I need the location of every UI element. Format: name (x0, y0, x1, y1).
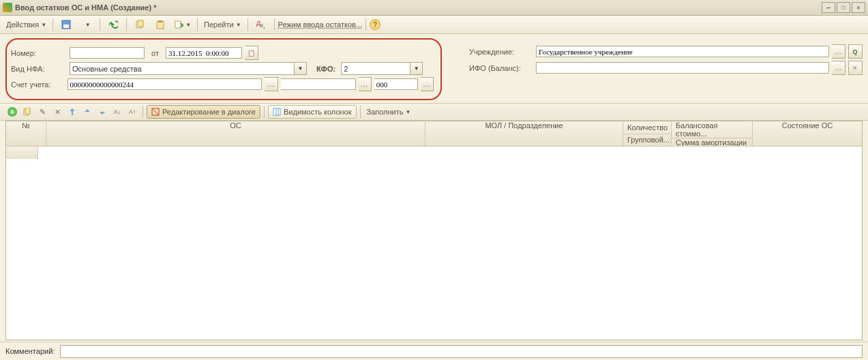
move-up-icon[interactable] (80, 105, 94, 119)
app-icon (3, 3, 12, 12)
col-qty-group[interactable]: Количество Групповой... (623, 121, 672, 146)
row-number-stub (6, 147, 38, 159)
minimize-button[interactable]: — (822, 2, 835, 13)
add-row-button[interactable]: + (5, 105, 19, 119)
svg-rect-3 (138, 20, 143, 27)
kfo-select[interactable]: 2 ▼ (341, 62, 423, 75)
nfa-type-select[interactable]: Основные средства ▼ (70, 62, 307, 75)
magnify-icon[interactable]: Q (848, 44, 863, 59)
dtkt-icon[interactable]: ДКт (252, 17, 271, 32)
fill-menu[interactable]: Заполнить▼ (364, 104, 414, 119)
clear-icon[interactable]: ✕ (848, 61, 863, 75)
window-title: Ввод остатков ОС и НМА (Создание) * (15, 3, 156, 12)
lookup-icon[interactable]: ... (421, 77, 434, 91)
svg-rect-5 (158, 20, 162, 22)
nfa-label: Вид НФА: (11, 65, 67, 73)
chevron-down-icon[interactable]: ▼ (410, 63, 422, 74)
save-icon[interactable] (57, 17, 76, 32)
data-grid: № ОС МОЛ / Подразделение Количество Груп… (5, 121, 863, 340)
svg-rect-1 (63, 25, 69, 28)
sort-desc-icon[interactable]: A↑ (125, 105, 139, 119)
ifo-label: ИФО (Баланс): (469, 64, 530, 72)
col-number[interactable]: № (6, 121, 46, 146)
maximize-button[interactable]: ❐ (837, 2, 850, 13)
mode-link[interactable]: Режим ввода остатков... (278, 20, 363, 29)
lookup-icon[interactable]: ... (832, 44, 845, 59)
chevron-down-icon[interactable]: ▼ (294, 63, 306, 74)
col-mol[interactable]: МОЛ / Подразделение (425, 121, 623, 146)
ifo-field[interactable] (536, 62, 829, 74)
help-icon[interactable]: ? (370, 19, 380, 30)
grid-header: № ОС МОЛ / Подразделение Количество Груп… (6, 121, 862, 146)
left-form-group: Номер: от 📋 Вид НФА: Основные средства ▼… (5, 38, 442, 100)
grid-body[interactable] (6, 146, 862, 340)
account-sub1-field[interactable] (281, 78, 356, 90)
date-field[interactable] (166, 47, 242, 59)
col-state[interactable]: Состояние ОС (753, 121, 862, 146)
comment-field[interactable] (60, 345, 863, 358)
refresh-icon[interactable] (104, 17, 123, 32)
lookup-icon[interactable]: ... (265, 77, 278, 91)
number-field[interactable] (70, 47, 145, 59)
kfo-label: КФО: (316, 65, 335, 73)
goto-menu[interactable]: Перейти▼ (201, 17, 244, 32)
edit-row-icon[interactable]: ✎ (35, 105, 49, 119)
lookup-icon[interactable]: ... (832, 61, 845, 75)
copy-icon[interactable] (130, 17, 149, 32)
title-bar: Ввод остатков ОС и НМА (Создание) * — ❐ … (0, 0, 868, 16)
create-based-on-button[interactable]: ▼ (171, 17, 194, 32)
account-label: Счет учета: (11, 80, 65, 89)
paste-icon[interactable] (151, 17, 170, 32)
move-down-icon[interactable] (95, 105, 109, 119)
lookup-icon[interactable]: ... (359, 77, 372, 91)
grid-toolbar: + ✎ ✕ A↓ A↑ Редактирование в диалоге Вид… (0, 103, 868, 121)
copy-row-icon[interactable] (20, 105, 34, 119)
column-visibility-button[interactable]: Видимость колонок (268, 105, 357, 119)
svg-rect-8 (25, 108, 30, 114)
account-sub2-field[interactable] (374, 78, 418, 90)
delete-row-icon[interactable]: ✕ (50, 105, 64, 119)
account-code-field[interactable] (68, 78, 263, 90)
calendar-icon[interactable]: 📋 (245, 46, 258, 60)
close-button[interactable]: ✕ (852, 2, 865, 13)
move-top-icon[interactable] (65, 105, 79, 119)
from-label: от (151, 49, 159, 57)
svg-rect-11 (273, 108, 280, 115)
col-balance-amort[interactable]: Балансовая стоимо... Сумма амортизации (672, 121, 753, 146)
col-os[interactable]: ОС (46, 121, 425, 146)
institution-label: Учреждение: (469, 48, 530, 56)
svg-rect-6 (175, 21, 181, 28)
comment-label: Комментарий: (5, 347, 55, 355)
right-form-group: Учреждение: ... Q ИФО (Баланс): ... ✕ (469, 38, 863, 77)
actions-menu[interactable]: Действия▼ (3, 17, 49, 32)
institution-field[interactable] (536, 46, 829, 57)
footer: Комментарий: (0, 342, 868, 360)
svg-line-10 (153, 109, 158, 115)
edit-in-dialog-toggle[interactable]: Редактирование в диалоге (147, 105, 260, 119)
main-toolbar: Действия▼ ▼ ▼ Перейти▼ ДКт Режим ввода о… (0, 16, 868, 34)
number-label: Номер: (11, 49, 67, 57)
sort-asc-icon[interactable]: A↓ (110, 105, 124, 119)
save-dropdown[interactable]: ▼ (77, 17, 96, 32)
